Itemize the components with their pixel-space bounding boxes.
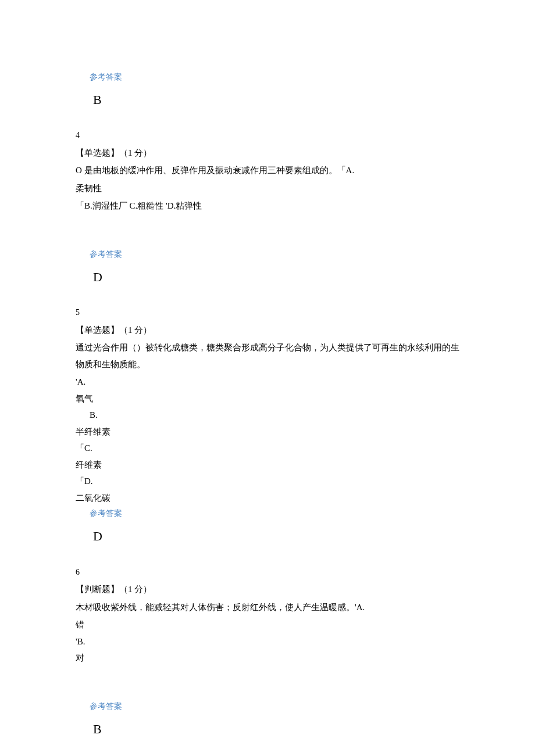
option-b-mark-6: 'B.	[76, 633, 459, 650]
question-text-5: 通过光合作用（）被转化成糖类，糖类聚合形成高分子化合物，为人类提供了可再生的永续…	[76, 339, 459, 372]
question-number-5: 5	[76, 305, 459, 321]
question-text-4-line1: O 是由地板的缓冲作用、反弹作用及振动衰减作用三种要素组成的。「A.	[76, 162, 459, 179]
question-text-4-line2: 柔韧性	[76, 180, 459, 197]
option-b-mark-5: B.	[90, 407, 459, 424]
option-b-text-5: 半纤维素	[76, 424, 459, 440]
option-a-text-6: 错	[76, 617, 459, 633]
ref-answer-label-q5: 参考答案	[90, 506, 459, 522]
ref-answer-label-q4: 参考答案	[90, 247, 459, 263]
option-c-text-5: 纤维素	[76, 457, 459, 474]
answer-q5: D	[93, 524, 459, 549]
ref-answer-label-q6: 参考答案	[90, 699, 459, 715]
question-text-6: 木材吸收紫外线，能减轻其对人体伤害；反射红外线，使人产生温暖感。'A.	[76, 599, 459, 616]
option-d-text-5: 二氧化碳	[76, 490, 459, 507]
option-c-mark-5: 「C.	[76, 440, 459, 457]
question-number-6: 6	[76, 565, 459, 581]
question-type-5: 【单选题】（1 分）	[76, 322, 459, 339]
question-4-options: 「B.润湿性厂 C.粗糙性 'D.粘弹性	[76, 198, 459, 214]
option-a-text-5: 氧气	[76, 390, 459, 407]
option-a-mark-5: 'A.	[76, 374, 459, 390]
answer-q3: B	[93, 88, 459, 112]
option-b-text-6: 对	[76, 650, 459, 667]
question-type-4: 【单选题】（1 分）	[76, 145, 459, 162]
answer-q6: B	[93, 717, 459, 741]
ref-answer-label-q3: 参考答案	[90, 70, 459, 85]
answer-q4: D	[93, 265, 459, 289]
option-d-mark-5: 「D.	[76, 473, 459, 490]
question-number-4: 4	[76, 128, 459, 144]
question-type-6: 【判断题】（1 分）	[76, 581, 459, 598]
